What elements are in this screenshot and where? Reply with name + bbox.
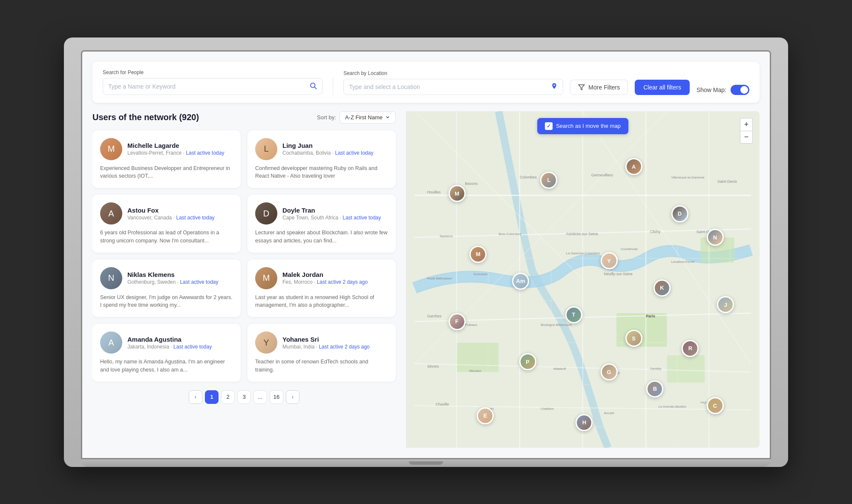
- user-name: Michelle Lagarde: [127, 142, 224, 149]
- user-bio: Hello, my name is Amanda Agustina. I'm a…: [100, 358, 233, 374]
- user-card[interactable]: M Michelle Lagarde Levallois-Perret, Fra…: [92, 130, 241, 188]
- map-pin[interactable]: E: [477, 407, 494, 424]
- user-name: Niklas Klemens: [127, 271, 218, 278]
- search-bar-row: Search for People Search by: [92, 62, 760, 103]
- sort-select[interactable]: A-Z First Name: [340, 111, 396, 124]
- search-divider: [333, 78, 333, 95]
- map-pin[interactable]: M: [449, 185, 466, 202]
- user-location: Levallois-Perret, France · Last active t…: [127, 150, 224, 156]
- map-pin[interactable]: L: [540, 172, 557, 189]
- user-active: Last active today: [335, 150, 373, 156]
- user-bio: Confirmed developper mastering Ruby on R…: [255, 164, 388, 181]
- list-header: Users of the network (920) Sort by: A-Z …: [92, 111, 396, 124]
- pagination-prev[interactable]: ‹: [189, 390, 202, 404]
- avatar: M: [255, 267, 277, 289]
- map-pin[interactable]: S: [625, 330, 642, 347]
- user-card[interactable]: Y Yohanes Sri Mumbai, India · Last activ…: [248, 324, 396, 382]
- user-name: Amanda Agustina: [127, 336, 212, 343]
- pagination-page[interactable]: 3: [237, 390, 251, 404]
- user-location: Cape Town, South Africa · Last active to…: [282, 215, 381, 221]
- location-search-label: Search by Location: [343, 70, 563, 76]
- pagination-page[interactable]: 16: [270, 390, 283, 404]
- user-card[interactable]: A Astou Fox Vancouver, Canada · Last act…: [92, 195, 241, 253]
- avatar: D: [255, 202, 277, 225]
- pagination: ‹123...16›: [92, 390, 396, 408]
- map-pin[interactable]: Y: [601, 252, 618, 269]
- pagination-page[interactable]: 1: [205, 390, 219, 404]
- user-bio: 6 years old Professional as lead of Oper…: [100, 229, 233, 245]
- list-title: Users of the network (920): [92, 112, 199, 122]
- pagination-page[interactable]: 2: [221, 390, 235, 404]
- filter-icon: [578, 84, 585, 91]
- location-search-group: Search by Location: [343, 70, 563, 95]
- user-card-header: D Doyle Tran Cape Town, South Africa · L…: [255, 202, 388, 225]
- name-search-input[interactable]: [108, 83, 306, 90]
- sort-label: Sort by:: [317, 114, 336, 121]
- map-pin[interactable]: R: [682, 340, 699, 357]
- user-card[interactable]: N Niklas Klemens Gothenburg, Sweden · La…: [92, 259, 241, 317]
- user-location: Vancouver, Canada · Last active today: [127, 215, 215, 221]
- user-info: Michelle Lagarde Levallois-Perret, Franc…: [127, 142, 224, 156]
- laptop-notch: [409, 461, 443, 465]
- user-info: Yohanes Sri Mumbai, India · Last active …: [282, 336, 370, 350]
- map-pin[interactable]: N: [707, 229, 724, 246]
- avatar: L: [255, 138, 277, 160]
- map-pin[interactable]: T: [565, 306, 582, 323]
- user-active: Last active today: [176, 215, 215, 221]
- user-card-header: Y Yohanes Sri Mumbai, India · Last activ…: [255, 331, 388, 354]
- map-pin[interactable]: H: [576, 414, 593, 431]
- user-name: Ling Juan: [282, 142, 373, 149]
- svg-line-1: [315, 87, 317, 89]
- map-pin[interactable]: C: [707, 397, 724, 414]
- map-pin[interactable]: B: [646, 380, 663, 397]
- user-info: Malek Jordan Fes, Morroco · Last active …: [282, 271, 368, 285]
- user-active: Last active today: [180, 279, 218, 285]
- avatar: N: [100, 267, 122, 289]
- map-pin[interactable]: P: [519, 353, 536, 370]
- map-pin[interactable]: Am: [512, 273, 529, 290]
- user-info: Niklas Klemens Gothenburg, Sweden · Last…: [127, 271, 218, 285]
- clear-all-filters-button[interactable]: Clear all filters: [635, 80, 690, 95]
- avatar: Y: [255, 331, 277, 354]
- user-card[interactable]: M Malek Jordan Fes, Morroco · Last activ…: [248, 259, 396, 317]
- laptop-screen: Search for People Search by: [81, 50, 771, 459]
- user-card[interactable]: D Doyle Tran Cape Town, South Africa · L…: [248, 195, 396, 253]
- user-card-header: L Ling Juan Cochabamba, Bolivia · Last a…: [255, 138, 388, 160]
- show-map-toggle[interactable]: [731, 85, 749, 95]
- user-active: Last active today: [173, 344, 212, 350]
- map-panel: Houilles Bezons Colombes Gennevilliers V…: [406, 111, 760, 448]
- location-search-input-wrap[interactable]: [343, 79, 563, 95]
- pagination-page[interactable]: ...: [253, 390, 267, 404]
- map-pin[interactable]: K: [653, 279, 671, 297]
- user-bio: Last year as student in a renowned High …: [255, 294, 388, 310]
- user-card[interactable]: L Ling Juan Cochabamba, Bolivia · Last a…: [248, 130, 396, 188]
- location-search-input[interactable]: [349, 84, 547, 90]
- name-search-input-wrap[interactable]: [103, 78, 322, 95]
- map-pin[interactable]: D: [671, 205, 688, 222]
- map-pin[interactable]: J: [717, 296, 734, 313]
- more-filters-button[interactable]: More Filters: [570, 80, 628, 95]
- user-info: Amanda Agustina Jakarta, Indonesia · Las…: [127, 336, 212, 350]
- pagination-next[interactable]: ›: [286, 390, 299, 404]
- avatar: A: [100, 331, 122, 354]
- app-container: Search for People Search by: [82, 52, 770, 458]
- user-location: Gothenburg, Sweden · Last active today: [127, 279, 218, 285]
- user-active: Last active today: [343, 215, 381, 221]
- chevron-down-icon: [385, 115, 390, 120]
- sort-value: A-Z First Name: [345, 114, 383, 121]
- user-card-header: N Niklas Klemens Gothenburg, Sweden · La…: [100, 267, 233, 289]
- user-bio: Lecturer and speaker about Blockchain. I…: [255, 229, 388, 245]
- user-card[interactable]: A Amanda Agustina Jakarta, Indonesia · L…: [92, 324, 241, 382]
- user-info: Ling Juan Cochabamba, Bolivia · Last act…: [282, 142, 373, 156]
- left-panel: Users of the network (920) Sort by: A-Z …: [92, 111, 399, 448]
- map-pin[interactable]: A: [625, 158, 642, 175]
- avatar: M: [100, 138, 122, 160]
- map-pin[interactable]: F: [449, 313, 466, 330]
- user-card-header: A Astou Fox Vancouver, Canada · Last act…: [100, 202, 233, 225]
- clear-label: Clear all filters: [643, 84, 681, 91]
- user-location: Mumbai, India · Last active 2 days ago: [282, 344, 370, 350]
- map-pin[interactable]: G: [601, 363, 618, 380]
- map-pin[interactable]: M: [469, 246, 486, 263]
- search-icon: [309, 82, 317, 91]
- user-card-header: A Amanda Agustina Jakarta, Indonesia · L…: [100, 331, 233, 354]
